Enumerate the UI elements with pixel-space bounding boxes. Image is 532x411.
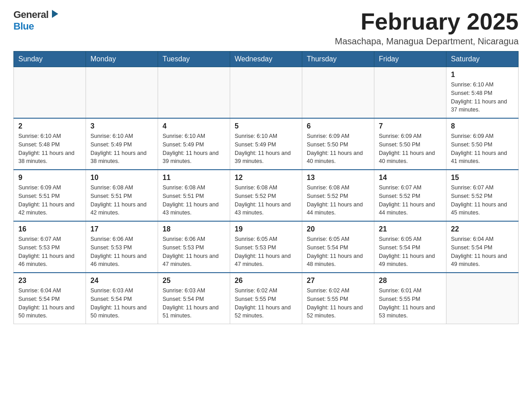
day-info: Sunrise: 6:01 AMSunset: 5:55 PMDaylight:… bbox=[379, 287, 442, 320]
table-row: 2Sunrise: 6:10 AMSunset: 5:48 PMDaylight… bbox=[14, 118, 86, 170]
header-sunday: Sunday bbox=[14, 51, 86, 67]
day-number: 28 bbox=[379, 277, 442, 285]
day-info: Sunrise: 6:08 AMSunset: 5:51 PMDaylight:… bbox=[163, 184, 225, 217]
table-row: 19Sunrise: 6:05 AMSunset: 5:53 PMDayligh… bbox=[230, 221, 302, 273]
day-number: 18 bbox=[163, 225, 225, 233]
day-number: 13 bbox=[307, 174, 369, 182]
day-number: 17 bbox=[90, 225, 153, 233]
day-number: 23 bbox=[18, 277, 81, 285]
location-title: Masachapa, Managua Department, Nicaragua bbox=[335, 36, 519, 47]
day-number: 12 bbox=[235, 174, 297, 182]
logo-blue-text: Blue bbox=[13, 21, 34, 32]
day-info: Sunrise: 6:03 AMSunset: 5:54 PMDaylight:… bbox=[90, 287, 153, 320]
week-row-0: 1Sunrise: 6:10 AMSunset: 5:48 PMDaylight… bbox=[14, 67, 519, 119]
weekday-header-row: Sunday Monday Tuesday Wednesday Thursday… bbox=[14, 51, 519, 67]
day-number: 2 bbox=[18, 122, 81, 130]
table-row: 1Sunrise: 6:10 AMSunset: 5:48 PMDaylight… bbox=[446, 67, 519, 119]
table-row: 3Sunrise: 6:10 AMSunset: 5:49 PMDaylight… bbox=[86, 118, 158, 170]
week-row-1: 2Sunrise: 6:10 AMSunset: 5:48 PMDaylight… bbox=[14, 118, 519, 170]
table-row: 14Sunrise: 6:07 AMSunset: 5:52 PMDayligh… bbox=[374, 170, 446, 221]
header-thursday: Thursday bbox=[302, 51, 374, 67]
svg-marker-0 bbox=[52, 10, 58, 18]
day-info: Sunrise: 6:04 AMSunset: 5:54 PMDaylight:… bbox=[451, 235, 514, 269]
day-number: 26 bbox=[235, 277, 297, 285]
day-info: Sunrise: 6:09 AMSunset: 5:50 PMDaylight:… bbox=[379, 132, 442, 166]
day-number: 20 bbox=[307, 225, 369, 233]
table-row: 6Sunrise: 6:09 AMSunset: 5:50 PMDaylight… bbox=[302, 118, 374, 170]
day-number: 24 bbox=[90, 277, 153, 285]
table-row: 13Sunrise: 6:08 AMSunset: 5:52 PMDayligh… bbox=[302, 170, 374, 221]
day-info: Sunrise: 6:09 AMSunset: 5:50 PMDaylight:… bbox=[307, 132, 369, 166]
table-row: 15Sunrise: 6:07 AMSunset: 5:52 PMDayligh… bbox=[446, 170, 519, 221]
day-number: 8 bbox=[451, 122, 514, 130]
day-info: Sunrise: 6:10 AMSunset: 5:48 PMDaylight:… bbox=[451, 81, 514, 114]
day-number: 14 bbox=[379, 174, 442, 182]
week-row-3: 16Sunrise: 6:07 AMSunset: 5:53 PMDayligh… bbox=[14, 221, 519, 273]
day-number: 27 bbox=[307, 277, 369, 285]
table-row bbox=[86, 67, 158, 119]
day-info: Sunrise: 6:02 AMSunset: 5:55 PMDaylight:… bbox=[307, 287, 369, 320]
day-info: Sunrise: 6:06 AMSunset: 5:53 PMDaylight:… bbox=[163, 235, 225, 269]
table-row: 16Sunrise: 6:07 AMSunset: 5:53 PMDayligh… bbox=[14, 221, 86, 273]
day-info: Sunrise: 6:09 AMSunset: 5:50 PMDaylight:… bbox=[451, 132, 514, 166]
day-info: Sunrise: 6:10 AMSunset: 5:49 PMDaylight:… bbox=[163, 132, 225, 166]
day-number: 19 bbox=[235, 225, 297, 233]
day-info: Sunrise: 6:10 AMSunset: 5:49 PMDaylight:… bbox=[90, 132, 153, 166]
table-row bbox=[230, 67, 302, 119]
table-row bbox=[446, 273, 519, 324]
table-row: 28Sunrise: 6:01 AMSunset: 5:55 PMDayligh… bbox=[374, 273, 446, 324]
logo: General Blue bbox=[13, 9, 59, 32]
table-row bbox=[374, 67, 446, 119]
day-info: Sunrise: 6:08 AMSunset: 5:52 PMDaylight:… bbox=[235, 184, 297, 217]
day-number: 11 bbox=[163, 174, 225, 182]
day-number: 1 bbox=[451, 71, 514, 79]
table-row: 22Sunrise: 6:04 AMSunset: 5:54 PMDayligh… bbox=[446, 221, 519, 273]
day-info: Sunrise: 6:09 AMSunset: 5:51 PMDaylight:… bbox=[18, 184, 81, 217]
week-row-2: 9Sunrise: 6:09 AMSunset: 5:51 PMDaylight… bbox=[14, 170, 519, 221]
logo-arrow-icon bbox=[49, 9, 59, 19]
day-number: 5 bbox=[235, 122, 297, 130]
day-number: 25 bbox=[163, 277, 225, 285]
week-row-4: 23Sunrise: 6:04 AMSunset: 5:54 PMDayligh… bbox=[14, 273, 519, 324]
header-friday: Friday bbox=[374, 51, 446, 67]
day-info: Sunrise: 6:03 AMSunset: 5:54 PMDaylight:… bbox=[163, 287, 225, 320]
header-wednesday: Wednesday bbox=[230, 51, 302, 67]
table-row bbox=[302, 67, 374, 119]
logo-general-text: General bbox=[13, 9, 48, 21]
day-number: 3 bbox=[90, 122, 153, 130]
table-row: 17Sunrise: 6:06 AMSunset: 5:53 PMDayligh… bbox=[86, 221, 158, 273]
day-number: 7 bbox=[379, 122, 442, 130]
table-row: 4Sunrise: 6:10 AMSunset: 5:49 PMDaylight… bbox=[158, 118, 230, 170]
calendar-table: Sunday Monday Tuesday Wednesday Thursday… bbox=[13, 51, 519, 324]
day-number: 16 bbox=[18, 225, 81, 233]
page-header: General Blue February 2025 Masachapa, Ma… bbox=[13, 9, 519, 47]
header-monday: Monday bbox=[86, 51, 158, 67]
day-info: Sunrise: 6:05 AMSunset: 5:54 PMDaylight:… bbox=[307, 235, 369, 269]
day-info: Sunrise: 6:08 AMSunset: 5:52 PMDaylight:… bbox=[307, 184, 369, 217]
table-row: 23Sunrise: 6:04 AMSunset: 5:54 PMDayligh… bbox=[14, 273, 86, 324]
day-info: Sunrise: 6:05 AMSunset: 5:54 PMDaylight:… bbox=[379, 235, 442, 269]
month-title: February 2025 bbox=[335, 9, 519, 34]
table-row: 7Sunrise: 6:09 AMSunset: 5:50 PMDaylight… bbox=[374, 118, 446, 170]
day-number: 10 bbox=[90, 174, 153, 182]
table-row: 27Sunrise: 6:02 AMSunset: 5:55 PMDayligh… bbox=[302, 273, 374, 324]
day-info: Sunrise: 6:04 AMSunset: 5:54 PMDaylight:… bbox=[18, 287, 81, 320]
table-row: 11Sunrise: 6:08 AMSunset: 5:51 PMDayligh… bbox=[158, 170, 230, 221]
day-info: Sunrise: 6:06 AMSunset: 5:53 PMDaylight:… bbox=[90, 235, 153, 269]
table-row: 20Sunrise: 6:05 AMSunset: 5:54 PMDayligh… bbox=[302, 221, 374, 273]
day-number: 15 bbox=[451, 174, 514, 182]
day-number: 21 bbox=[379, 225, 442, 233]
day-info: Sunrise: 6:07 AMSunset: 5:53 PMDaylight:… bbox=[18, 235, 81, 269]
day-info: Sunrise: 6:02 AMSunset: 5:55 PMDaylight:… bbox=[235, 287, 297, 320]
header-tuesday: Tuesday bbox=[158, 51, 230, 67]
day-info: Sunrise: 6:07 AMSunset: 5:52 PMDaylight:… bbox=[379, 184, 442, 217]
table-row: 24Sunrise: 6:03 AMSunset: 5:54 PMDayligh… bbox=[86, 273, 158, 324]
day-info: Sunrise: 6:07 AMSunset: 5:52 PMDaylight:… bbox=[451, 184, 514, 217]
day-info: Sunrise: 6:05 AMSunset: 5:53 PMDaylight:… bbox=[235, 235, 297, 269]
day-number: 22 bbox=[451, 225, 514, 233]
table-row bbox=[14, 67, 86, 119]
day-number: 9 bbox=[18, 174, 81, 182]
table-row bbox=[158, 67, 230, 119]
day-info: Sunrise: 6:08 AMSunset: 5:51 PMDaylight:… bbox=[90, 184, 153, 217]
table-row: 10Sunrise: 6:08 AMSunset: 5:51 PMDayligh… bbox=[86, 170, 158, 221]
